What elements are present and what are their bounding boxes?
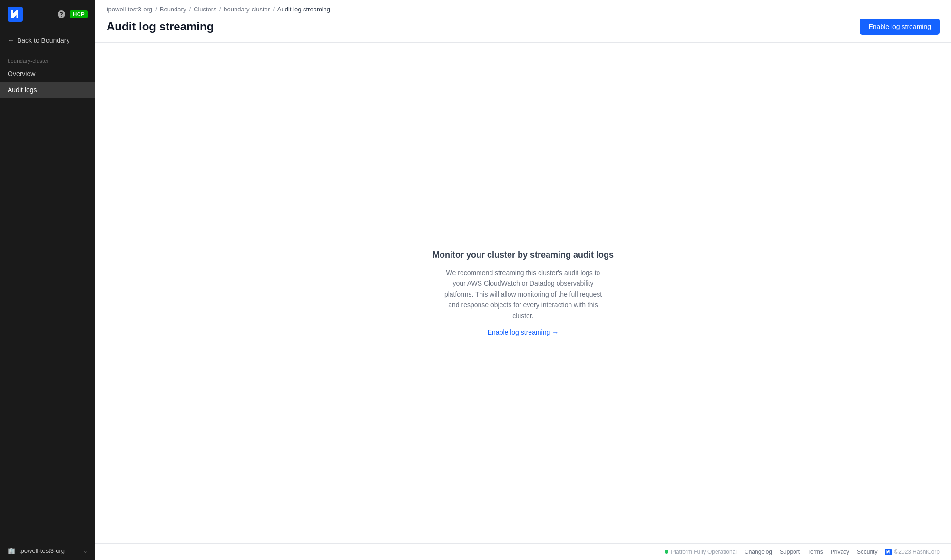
breadcrumb-sep-1: / (155, 6, 157, 13)
terms-link[interactable]: Terms (807, 549, 823, 555)
footer-brand: ©2023 HashiCorp (885, 549, 940, 555)
support-link[interactable]: Support (780, 549, 800, 555)
platform-status: Platform Fully Operational (665, 549, 737, 555)
breadcrumb-cluster-name[interactable]: boundary-cluster (224, 6, 270, 13)
chevron-down-icon[interactable]: ⌄ (83, 548, 88, 554)
breadcrumb: tpowell-test3-org / Boundary / Clusters … (107, 6, 940, 13)
breadcrumb-sep-2: / (189, 6, 191, 13)
sidebar-header-right: HCP (57, 10, 88, 19)
enable-link-label: Enable log streaming (488, 328, 550, 336)
empty-state: Monitor your cluster by streaming audit … (95, 43, 951, 543)
back-link-label: Back to Boundary (17, 37, 70, 44)
brand-text: ©2023 HashiCorp (894, 549, 940, 555)
breadcrumb-org[interactable]: tpowell-test3-org (107, 6, 152, 13)
org-icon: 🏢 (8, 547, 15, 554)
enable-log-streaming-button[interactable]: Enable log streaming (860, 19, 940, 35)
org-name: tpowell-test3-org (19, 547, 65, 554)
privacy-link[interactable]: Privacy (831, 549, 849, 555)
main-content: tpowell-test3-org / Boundary / Clusters … (95, 0, 951, 560)
main-body: Monitor your cluster by streaming audit … (95, 43, 951, 543)
sidebar-footer: 🏢 tpowell-test3-org ⌄ (0, 541, 95, 560)
sidebar-item-overview[interactable]: Overview (0, 66, 95, 82)
main-footer: Platform Fully Operational Changelog Sup… (95, 543, 951, 560)
changelog-link[interactable]: Changelog (745, 549, 772, 555)
enable-log-streaming-link[interactable]: Enable log streaming → (488, 328, 559, 336)
sidebar-header: HCP (0, 0, 95, 29)
sidebar-nav: Overview Audit logs (0, 66, 95, 541)
breadcrumb-sep-3: / (219, 6, 221, 13)
empty-state-title: Monitor your cluster by streaming audit … (432, 250, 614, 260)
sidebar: HCP ← Back to Boundary boundary-cluster … (0, 0, 95, 560)
breadcrumb-clusters[interactable]: Clusters (194, 6, 216, 13)
page-title-row: Audit log streaming Enable log streaming (107, 19, 940, 42)
status-badge: HCP (70, 10, 88, 18)
status-label: Platform Fully Operational (671, 549, 737, 555)
main-header: tpowell-test3-org / Boundary / Clusters … (95, 0, 951, 43)
security-link[interactable]: Security (857, 549, 877, 555)
sidebar-item-audit-logs[interactable]: Audit logs (0, 82, 95, 98)
back-arrow-icon: ← (8, 37, 14, 44)
page-title: Audit log streaming (107, 20, 214, 33)
cluster-name-label: boundary-cluster (0, 52, 95, 66)
status-dot-icon (665, 550, 668, 554)
breadcrumb-boundary[interactable]: Boundary (160, 6, 186, 13)
hashicorp-logo-icon (8, 7, 23, 22)
help-icon[interactable] (57, 10, 66, 19)
hashicorp-footer-logo-icon (885, 549, 892, 555)
breadcrumb-current: Audit log streaming (277, 6, 330, 13)
empty-state-description: We recommend streaming this cluster's au… (442, 268, 604, 321)
breadcrumb-sep-4: / (273, 6, 275, 13)
back-to-boundary-link[interactable]: ← Back to Boundary (0, 29, 95, 52)
arrow-icon: → (552, 328, 559, 336)
sidebar-footer-left: 🏢 tpowell-test3-org (8, 547, 65, 554)
